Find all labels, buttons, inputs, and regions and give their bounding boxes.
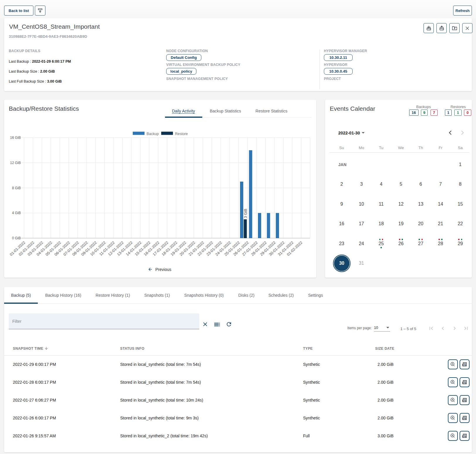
svg-text:16 GiB: 16 GiB xyxy=(10,136,21,140)
svg-text:3 GiB: 3 GiB xyxy=(243,209,248,218)
svg-text:12 GiB: 12 GiB xyxy=(10,161,21,165)
svg-text:8 GiB: 8 GiB xyxy=(12,186,21,190)
svg-text:0 GiB: 0 GiB xyxy=(12,236,21,240)
svg-text:4 GiB: 4 GiB xyxy=(12,211,21,215)
svg-text:Backup: Backup xyxy=(147,132,159,136)
svg-text:Restore: Restore xyxy=(175,132,188,136)
